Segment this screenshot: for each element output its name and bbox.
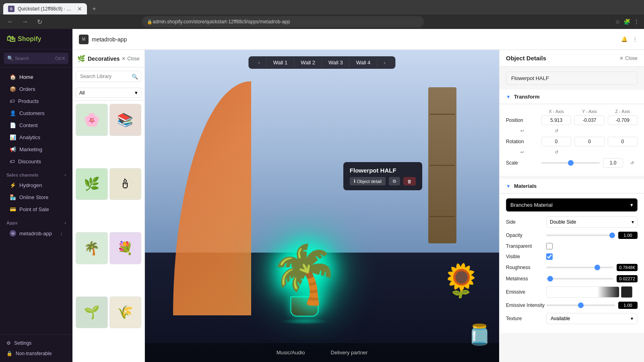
apps-chevron[interactable]: › — [64, 220, 66, 225]
wall-prev-btn[interactable]: ‹ — [252, 58, 266, 67]
texture-dropdown[interactable]: Available ▾ — [546, 313, 638, 324]
sidebar-item-hydrogen[interactable]: ⚡ Hydrogen — [3, 179, 69, 191]
wall-2-btn[interactable]: Wall 2 — [294, 58, 322, 67]
pos-reset-x-btn[interactable]: ↩ — [506, 128, 538, 134]
sidebar-item-products[interactable]: 🏷 Products — [3, 95, 69, 107]
products-icon: 🏷 — [10, 98, 15, 104]
main-plant[interactable]: 🌴 — [269, 246, 340, 325]
wall-1-btn[interactable]: Wall 1 — [267, 58, 295, 67]
rot-x-input[interactable] — [541, 137, 571, 146]
emissive-black-swatch[interactable] — [621, 286, 632, 298]
sidebar-item-analytics[interactable]: 📊 Analytics — [3, 132, 69, 143]
sidebar-item-metadrob[interactable]: M metadrob-app ↓ — [3, 227, 69, 239]
filter-dropdown[interactable]: All ▾ — [76, 88, 141, 98]
delivery-partner-btn[interactable]: Delivery partner — [326, 348, 373, 357]
materials-header[interactable]: ▼ Materials — [500, 179, 644, 193]
filter-bar: All ▾ — [72, 85, 144, 101]
wall-4-btn[interactable]: Wall 4 — [350, 58, 378, 67]
rot-reset-all-btn[interactable]: ↺ — [541, 150, 571, 155]
sidebar-item-orders[interactable]: 📦 Orders — [3, 83, 69, 95]
scale-slider[interactable] — [541, 162, 600, 164]
scale-reset-btn[interactable]: ↺ — [626, 160, 638, 166]
sidebar-non-transferable[interactable]: 🔒 Non-transferable — [3, 348, 69, 359]
right-panel-close-btn[interactable]: ✕ Close — [619, 56, 638, 61]
object-tooltip: Flowerpot HALF ℹ Object detail ⧉ 🗑 — [343, 162, 422, 190]
refresh-btn[interactable]: ↻ — [34, 16, 45, 27]
pos-z-input[interactable] — [608, 115, 638, 125]
emissive-intensity-value: 1.00 — [618, 302, 638, 309]
rot-z-input[interactable] — [608, 137, 638, 146]
customers-icon: 👤 — [10, 110, 16, 116]
filter-chevron-icon: ▾ — [135, 90, 138, 96]
sidebar-item-discounts[interactable]: 🏷 Discounts — [3, 156, 69, 167]
metalness-slider[interactable] — [546, 278, 613, 280]
roughness-row: Roughness 0.7848€ — [506, 264, 638, 271]
copy-btn[interactable]: ⧉ — [389, 177, 400, 185]
item-card-5[interactable]: 🌴 — [76, 232, 108, 264]
roughness-slider[interactable] — [546, 267, 613, 268]
wall-next-btn[interactable]: › — [377, 58, 392, 67]
delete-btn[interactable]: 🗑 — [403, 177, 416, 185]
side-label: Side — [506, 219, 546, 225]
item-card-2[interactable]: 📚 — [109, 104, 142, 136]
materials-dropdown[interactable]: Branches Material ▾ — [506, 198, 638, 212]
sidebar-item-marketing[interactable]: 📢 Marketing — [3, 144, 69, 155]
wall-3-btn[interactable]: Wall 3 — [322, 58, 350, 67]
app-header: M metadrob-app 🔔 ⋮ — [72, 29, 644, 50]
rot-reset-x-btn[interactable]: ↩ — [506, 150, 538, 155]
visible-checkbox[interactable] — [546, 253, 553, 260]
opacity-slider[interactable] — [546, 234, 615, 236]
emissive-intensity-slider[interactable] — [546, 304, 615, 306]
item-card-6[interactable]: 💐 — [109, 232, 142, 264]
pos-icon: 💳 — [10, 206, 16, 212]
sidebar-item-pos[interactable]: 💳 Point of Sale — [3, 204, 69, 215]
content-area: M metadrob-app 🔔 ⋮ 🌿 Decoratives ✕ Clos — [72, 29, 644, 362]
pos-y-input[interactable] — [574, 115, 604, 125]
sales-channels-chevron[interactable]: › — [64, 173, 66, 177]
download-icon[interactable]: ↓ — [60, 230, 63, 237]
sidebar-item-home[interactable]: 🏠 Home — [3, 71, 69, 83]
new-tab-btn[interactable]: + — [89, 3, 100, 14]
transparent-checkbox[interactable] — [546, 243, 553, 249]
side-dropdown[interactable]: Double Side ▾ — [546, 216, 638, 228]
bookmark-icon[interactable]: ☆ — [615, 19, 620, 25]
active-tab[interactable]: S Quickstart (12ff88c9) · meta... ✕ — [3, 3, 87, 14]
copy-icon: ⧉ — [393, 179, 396, 184]
roughness-label: Roughness — [506, 265, 546, 270]
forward-btn[interactable]: → — [19, 16, 31, 27]
trash-icon: 🗑 — [407, 179, 412, 184]
emissive-color-preview[interactable] — [546, 286, 619, 298]
item-card-3[interactable]: 🌿 — [76, 168, 108, 200]
metalness-slider-container: 0.02272 — [546, 275, 638, 282]
pos-reset-all-btn[interactable]: ↺ — [541, 128, 571, 134]
extensions-icon[interactable]: 🧩 — [623, 19, 630, 25]
sidebar-item-customers[interactable]: 👤 Customers — [3, 107, 69, 119]
search-icon[interactable]: 🔍 — [132, 74, 138, 80]
scale-value-input[interactable] — [603, 158, 623, 168]
address-bar[interactable]: 🔒 admin.shopify.com/store/quickstart-12f… — [142, 16, 424, 27]
sidebar-item-online-store[interactable]: 🏪 Online Store — [3, 191, 69, 203]
tab-close-btn[interactable]: ✕ — [77, 6, 82, 12]
bell-icon[interactable]: 🔔 — [621, 36, 627, 42]
sidebar-search[interactable]: 🔍 Search Ctrl K — [4, 53, 68, 64]
object-name-input[interactable] — [506, 72, 638, 85]
menu-icon[interactable]: ⋮ — [634, 19, 639, 25]
metalness-label: Metalness — [506, 276, 546, 282]
sidebar-settings[interactable]: ⚙ Settings — [3, 338, 69, 348]
pos-x-input[interactable] — [541, 115, 571, 125]
rot-y-input[interactable] — [574, 137, 604, 146]
transform-header[interactable]: ▼ Transform — [500, 90, 644, 104]
back-btn[interactable]: ← — [5, 16, 16, 27]
x-axis-label: X - Axis — [541, 109, 571, 114]
item-card-1[interactable]: 🌸 — [76, 104, 108, 136]
sidebar-item-content[interactable]: 📄 Content — [3, 119, 69, 131]
item-6-preview: 💐 — [110, 232, 141, 264]
item-card-7[interactable]: 🌱 — [76, 296, 108, 329]
roughness-value: 0.7848€ — [617, 264, 638, 271]
music-audio-btn[interactable]: Music/Audio — [272, 348, 310, 357]
item-card-4[interactable]: 🕯 — [109, 168, 142, 200]
panel-close-btn[interactable]: ✕ Close — [122, 56, 140, 62]
item-card-8[interactable]: 🌾 — [109, 296, 142, 329]
more-icon[interactable]: ⋮ — [632, 36, 638, 42]
object-detail-btn[interactable]: ℹ Object detail — [350, 177, 386, 185]
